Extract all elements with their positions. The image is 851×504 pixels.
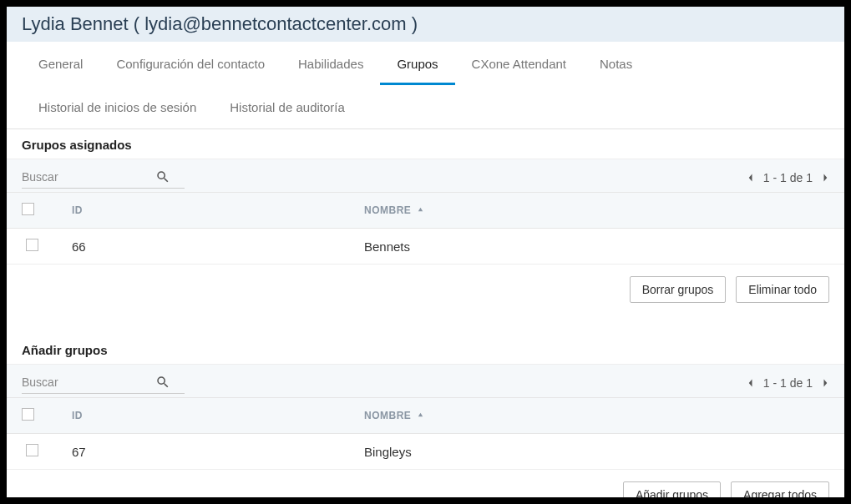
divider	[7, 320, 844, 335]
search-icon[interactable]	[155, 375, 170, 390]
tab-contact-config[interactable]: Configuración del contacto	[99, 42, 281, 85]
add-search-input[interactable]	[22, 375, 155, 389]
search-icon[interactable]	[155, 169, 170, 184]
tab-general[interactable]: General	[22, 42, 99, 85]
assigned-search-input[interactable]	[22, 170, 155, 184]
add-col-name[interactable]: NOMBRE	[349, 398, 844, 434]
tab-audit-history[interactable]: Historial de auditoría	[213, 85, 362, 129]
add-pager-text: 1 - 1 de 1	[763, 376, 813, 390]
assigned-pager: 1 - 1 de 1	[747, 171, 829, 184]
assigned-col-id[interactable]: ID	[57, 193, 349, 229]
assigned-select-all-checkbox[interactable]	[22, 203, 34, 215]
chevron-left-icon[interactable]	[747, 173, 755, 183]
tab-bar: General Configuración del contacto Habil…	[7, 42, 844, 129]
add-select-all-checkbox[interactable]	[22, 408, 34, 421]
remove-all-button[interactable]: Eliminar todo	[736, 276, 829, 303]
tab-skills[interactable]: Habilidades	[281, 42, 380, 85]
tab-groups[interactable]: Grupos	[380, 42, 454, 85]
page-title: Lydia Bennet ( lydia@bennetcontactcenter…	[7, 7, 844, 42]
assigned-col-name-label: NOMBRE	[364, 204, 411, 216]
row-checkbox[interactable]	[26, 444, 38, 456]
add-table: ID NOMBRE 67 Bingleys	[7, 397, 844, 470]
assigned-heading: Grupos asignados	[7, 129, 844, 159]
cell-id: 67	[57, 434, 349, 470]
table-row[interactable]: 66 Bennets	[7, 229, 844, 265]
add-actions: Añadir grupos Agregar todos	[7, 470, 844, 497]
tab-notes[interactable]: Notas	[583, 42, 649, 85]
table-row[interactable]: 67 Bingleys	[7, 434, 844, 470]
assigned-pager-text: 1 - 1 de 1	[763, 171, 813, 184]
cell-name: Bennets	[349, 229, 844, 265]
chevron-right-icon[interactable]	[821, 378, 829, 388]
window: Lydia Bennet ( lydia@bennetcontactcenter…	[7, 7, 844, 497]
row-checkbox[interactable]	[26, 239, 38, 251]
chevron-left-icon[interactable]	[747, 378, 755, 388]
add-col-id[interactable]: ID	[57, 398, 349, 434]
assigned-search-wrap	[22, 166, 185, 189]
add-col-name-label: NOMBRE	[364, 410, 411, 421]
add-toolbar: 1 - 1 de 1	[7, 365, 844, 397]
chevron-right-icon[interactable]	[821, 173, 829, 183]
sort-asc-icon	[417, 410, 424, 421]
tab-login-history[interactable]: Historial de inicios de sesión	[22, 85, 213, 129]
add-pager: 1 - 1 de 1	[747, 376, 829, 390]
assigned-actions: Borrar grupos Eliminar todo	[7, 265, 844, 320]
clear-groups-button[interactable]: Borrar grupos	[630, 276, 727, 303]
cell-name: Bingleys	[349, 434, 844, 470]
tab-attendant[interactable]: CXone Attendant	[455, 42, 583, 85]
add-heading: Añadir grupos	[7, 335, 844, 365]
assigned-col-name[interactable]: NOMBRE	[349, 193, 844, 229]
assigned-table: ID NOMBRE 66 Bennets	[7, 192, 844, 265]
cell-id: 66	[57, 229, 349, 265]
add-all-button[interactable]: Agregar todos	[731, 481, 829, 497]
assigned-toolbar: 1 - 1 de 1	[7, 159, 844, 192]
add-groups-button[interactable]: Añadir grupos	[623, 481, 721, 497]
sort-asc-icon	[417, 204, 424, 216]
add-search-wrap	[22, 371, 185, 394]
